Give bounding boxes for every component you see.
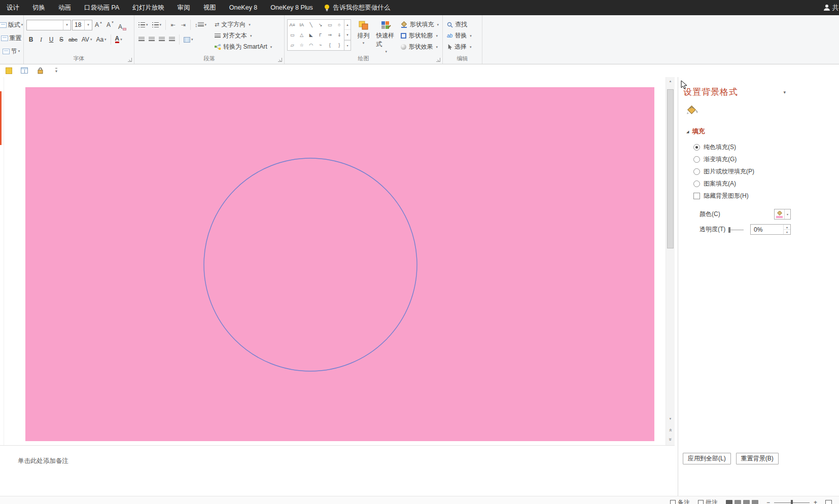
tab-pocket-animation[interactable]: 口袋动画 PA <box>78 0 126 15</box>
notes-panel[interactable]: 单击此处添加备注 <box>0 445 675 496</box>
decrease-indent-button[interactable]: ⇤ <box>168 19 178 30</box>
find-button[interactable]: 查找 <box>445 19 480 30</box>
fill-section-header[interactable]: ◢ 填充 <box>686 127 839 136</box>
font-dialog-launcher[interactable] <box>128 58 132 62</box>
tab-design[interactable]: 设计 <box>0 0 26 15</box>
replace-button[interactable]: ab 替换▾ <box>445 30 480 41</box>
gallery-down-button[interactable]: ▼ <box>344 30 351 40</box>
increase-font-button[interactable]: A▲ <box>93 19 104 30</box>
drawing-dialog-launcher[interactable] <box>436 58 440 62</box>
shape-right-triangle-icon[interactable]: ◣ <box>309 33 313 38</box>
gallery-more-button[interactable]: ▾ <box>344 40 351 50</box>
radio-icon[interactable] <box>693 181 700 187</box>
strikethrough-button[interactable]: S <box>57 34 66 45</box>
color-picker-button[interactable]: ▾ <box>774 209 791 220</box>
character-spacing-button[interactable]: AV▾ <box>80 34 94 45</box>
gallery-up-button[interactable]: ▲ <box>344 20 351 30</box>
increase-indent-button[interactable]: ⇥ <box>179 19 188 30</box>
reset-button[interactable]: 重置 <box>1 32 21 44</box>
underline-button[interactable]: U <box>47 34 56 45</box>
quick-styles-button[interactable]: 快速样式 ▾ <box>376 19 396 54</box>
align-text-button[interactable]: 对齐文本▾ <box>213 30 273 41</box>
shape-parallelogram-icon[interactable]: ▱ <box>291 43 294 48</box>
text-direction-button[interactable]: ⇄文字方向▾ <box>213 19 273 30</box>
shape-right-arrow-icon[interactable]: ⇒ <box>328 33 332 38</box>
align-center-button[interactable] <box>147 34 156 45</box>
option-pattern-fill[interactable]: 图案填充(A) <box>693 177 839 190</box>
tab-review[interactable]: 审阅 <box>171 0 197 15</box>
tab-onekey8-plus[interactable]: OneKey 8 Plus <box>264 0 319 15</box>
transparency-spinbox[interactable]: 0% ▲ ▼ <box>750 224 791 235</box>
scroll-up-button[interactable]: ▲ <box>666 77 675 85</box>
align-right-button[interactable] <box>157 34 166 45</box>
shape-elbow-connector-icon[interactable]: Γ <box>319 33 322 38</box>
option-hide-background[interactable]: 隐藏背景图形(H) <box>693 190 839 202</box>
fill-tab[interactable] <box>685 104 839 117</box>
shape-line-icon[interactable]: ╲ <box>310 23 312 27</box>
scroll-down-button[interactable]: ▼ <box>666 415 675 423</box>
radio-icon[interactable] <box>693 168 700 175</box>
tab-transitions[interactable]: 切换 <box>26 0 52 15</box>
layout-button[interactable]: 版式 ▾ <box>1 19 21 30</box>
notes-toggle-button[interactable]: 备注 <box>670 497 690 504</box>
shape-textbox-icon[interactable]: A≡ <box>290 23 295 27</box>
slide-sorter-view-button[interactable] <box>735 500 741 504</box>
tab-slideshow[interactable]: 幻灯片放映 <box>126 0 171 15</box>
paragraph-dialog-launcher[interactable] <box>278 58 282 62</box>
shape-right-brace-icon[interactable]: } <box>338 43 340 48</box>
option-gradient-fill[interactable]: 渐变填充(G) <box>693 153 839 165</box>
normal-view-button[interactable] <box>726 500 732 504</box>
bullets-button[interactable]: ▾ <box>137 19 150 30</box>
shape-fill-button[interactable]: 形状填充▾ <box>399 19 440 30</box>
shape-rectangle-icon[interactable]: ▭ <box>328 23 332 27</box>
shape-oval-icon[interactable]: ○ <box>338 23 340 27</box>
shape-outline-button[interactable]: 形状轮廓▾ <box>399 30 440 41</box>
shape-arrow-icon[interactable]: ↘ <box>319 23 323 27</box>
line-spacing-button[interactable]: ↕▾ <box>193 19 208 30</box>
zoom-in-button[interactable]: + <box>814 499 817 504</box>
transparency-slider[interactable] <box>728 225 744 234</box>
tab-view[interactable]: 视图 <box>197 0 223 15</box>
comments-toggle-button[interactable]: 批注 <box>698 497 718 504</box>
color-dropdown-arrow[interactable]: ▾ <box>784 209 790 219</box>
option-picture-fill[interactable]: 图片或纹理填充(P) <box>693 165 839 177</box>
shape-down-arrow-icon[interactable]: ⇓ <box>337 33 341 38</box>
arrange-button[interactable]: 排列 ▾ <box>354 19 373 45</box>
fit-to-window-button[interactable] <box>825 497 832 504</box>
justify-button[interactable] <box>167 34 177 45</box>
share-button[interactable]: 共 <box>823 4 839 12</box>
slider-thumb[interactable] <box>728 227 730 233</box>
clear-formatting-button[interactable]: A <box>117 19 128 30</box>
italic-button[interactable]: I <box>37 34 46 45</box>
font-color-button[interactable]: A▾ <box>114 34 124 45</box>
tab-onekey8[interactable]: OneKey 8 <box>223 0 264 15</box>
vertical-scrollbar[interactable]: ▲ ▼ » » <box>666 77 675 445</box>
protect-quick-button[interactable] <box>36 66 45 75</box>
spin-up-button[interactable]: ▲ <box>784 225 790 230</box>
font-size-combo[interactable]: 18 ▾ <box>72 20 92 30</box>
shape-rect2-icon[interactable]: ▭ <box>290 33 295 38</box>
slide-background[interactable] <box>25 87 654 441</box>
apply-to-all-button[interactable]: 应用到全部(L) <box>683 453 731 464</box>
scrollbar-thumb[interactable] <box>667 89 674 248</box>
shape-left-brace-icon[interactable]: { <box>329 43 331 48</box>
radio-icon[interactable] <box>693 156 700 163</box>
zoom-out-button[interactable]: − <box>766 499 770 504</box>
reading-view-button[interactable] <box>743 500 750 504</box>
change-case-button[interactable]: Aa▾ <box>94 34 108 45</box>
font-name-combo[interactable]: ▾ <box>26 20 71 30</box>
shape-triangle-icon[interactable]: △ <box>300 33 303 38</box>
checkbox-icon[interactable] <box>693 193 700 199</box>
section-button[interactable]: 节 ▾ <box>1 46 21 57</box>
convert-smartart-button[interactable]: 转换为 SmartArt▾ <box>213 42 273 52</box>
columns-button[interactable]: ▾ <box>182 34 195 45</box>
layout-quick-button[interactable] <box>20 66 29 75</box>
radio-selected-icon[interactable] <box>693 144 700 151</box>
notes-placeholder[interactable]: 单击此处添加备注 <box>18 457 68 465</box>
bold-button[interactable]: B <box>26 34 36 45</box>
shape-effects-button[interactable]: 形状效果▾ <box>399 42 440 52</box>
previous-slide-button[interactable]: » <box>666 426 675 435</box>
pane-options-chevron[interactable]: ▾ <box>783 90 786 95</box>
shape-arc-icon[interactable]: ◠ <box>309 43 313 48</box>
slide-thumbnail-panel[interactable] <box>0 77 4 445</box>
